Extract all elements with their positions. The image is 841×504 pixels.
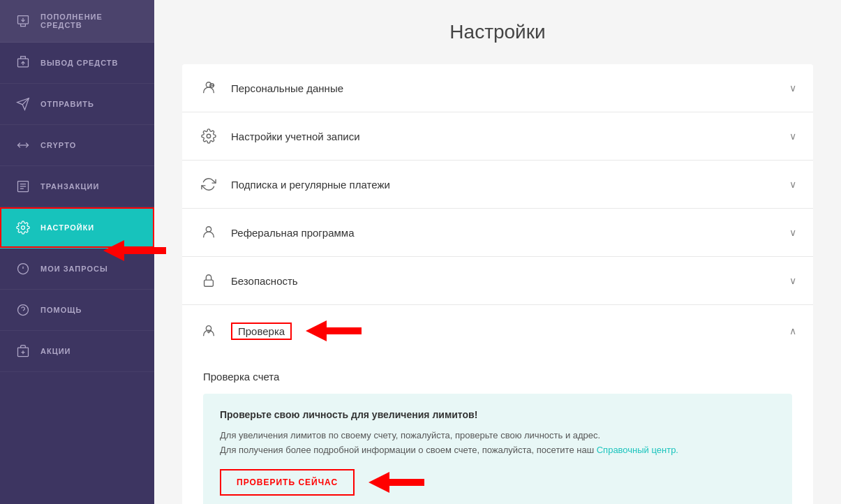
accordion-item-security: Безопасность ∨	[182, 257, 813, 305]
svg-point-15	[18, 305, 29, 316]
requests-icon	[15, 261, 31, 276]
accordion-title-subscription: Подписка и регулярные платежи	[231, 179, 789, 191]
gear-icon	[199, 126, 218, 146]
chevron-down-icon-referral: ∨	[789, 227, 796, 238]
sidebar-item-deposit[interactable]: ПОПОЛНЕНИЕ СРЕДСТВ	[0, 0, 154, 43]
sidebar-label-requests: МОИ ЗАПРОСЫ	[40, 265, 108, 273]
chevron-down-icon-personal: ∨	[789, 82, 796, 94]
referral-icon	[199, 223, 218, 242]
svg-point-25	[207, 134, 211, 138]
help-center-link[interactable]: Справочный центр.	[597, 445, 678, 455]
accordion-header-verification[interactable]: Проверка ∧	[182, 305, 813, 357]
verification-box-title: Проверьте свою личность для увеличения л…	[220, 409, 775, 420]
svg-rect-27	[204, 280, 214, 286]
accordion-item-account: Настройки учетной записи ∨	[182, 112, 813, 161]
chevron-down-icon-security: ∨	[789, 275, 796, 286]
svg-marker-30	[369, 472, 424, 493]
sidebar-item-promotions[interactable]: АКЦИИ	[0, 331, 154, 372]
accordion-item-personal: Персональные данные ∨	[182, 64, 813, 112]
sidebar-item-transactions[interactable]: ТРАНЗАКЦИИ	[0, 166, 154, 207]
sidebar-item-send[interactable]: ОТПРАВИТЬ	[0, 84, 154, 125]
accordion-header-personal[interactable]: Персональные данные ∨	[182, 64, 813, 112]
sidebar-label-help: ПОМОЩЬ	[40, 306, 82, 314]
accordion: Персональные данные ∨ Настройки учетной …	[182, 64, 813, 504]
sidebar-label-deposit: ПОПОЛНЕНИЕ СРЕДСТВ	[40, 13, 139, 29]
sidebar-item-help[interactable]: ПОМОЩЬ	[0, 290, 154, 331]
accordion-title-personal: Персональные данные	[231, 82, 789, 94]
settings-icon	[15, 220, 31, 235]
sidebar-item-requests[interactable]: МОИ ЗАПРОСЫ	[0, 249, 154, 290]
send-icon	[15, 96, 31, 112]
verify-button-arrow-annotation	[369, 470, 431, 494]
accordion-body-verification: Проверка счета Проверьте свою личность д…	[182, 357, 813, 504]
sidebar-label-settings: НАСТРОЙКИ	[40, 223, 94, 232]
transactions-icon	[15, 179, 31, 194]
sidebar-item-withdraw[interactable]: ВЫВОД СРЕДСТВ	[0, 43, 154, 84]
person-icon	[199, 78, 218, 98]
chevron-down-icon-subscription: ∨	[789, 179, 796, 190]
chevron-down-icon-account: ∨	[789, 131, 796, 142]
verification-box: Проверьте свою личность для увеличения л…	[203, 394, 792, 504]
svg-point-11	[22, 226, 25, 230]
sidebar: ПОПОЛНЕНИЕ СРЕДСТВ ВЫВОД СРЕДСТВ	[0, 0, 154, 504]
accordion-header-account[interactable]: Настройки учетной записи ∨	[182, 112, 813, 160]
sidebar-label-transactions: ТРАНЗАКЦИИ	[40, 182, 99, 191]
crypto-icon	[15, 138, 31, 153]
sidebar-label-withdraw: ВЫВОД СРЕДСТВ	[40, 59, 118, 67]
svg-marker-29	[306, 320, 362, 341]
sidebar-item-crypto[interactable]: CRYPTO	[0, 125, 154, 166]
main-content: Настройки Персональные данные	[154, 0, 841, 504]
verify-now-button[interactable]: ПРОВЕРИТЬ СЕЙЧАС	[220, 469, 355, 496]
accordion-title-referral: Реферальная программа	[231, 227, 789, 239]
verification-box-text-line2: Для получения более подробной информации…	[220, 443, 775, 458]
chevron-up-icon-verification: ∧	[789, 325, 796, 336]
accordion-title-security: Безопасность	[231, 275, 789, 287]
accordion-title-account: Настройки учетной записи	[231, 131, 789, 142]
promotions-icon	[15, 343, 31, 359]
lock-icon	[199, 271, 218, 290]
sidebar-item-settings[interactable]: НАСТРОЙКИ	[0, 207, 154, 249]
accordion-item-referral: Реферальная программа ∨	[182, 209, 813, 257]
verification-arrow-annotation	[306, 319, 369, 343]
sidebar-label-promotions: АКЦИИ	[40, 347, 71, 355]
help-icon	[15, 302, 31, 318]
verification-box-text-line1: Для увеличения лимитов по своему счету, …	[220, 429, 775, 443]
svg-point-26	[206, 227, 211, 232]
verification-section-title: Проверка счета	[203, 371, 792, 383]
accordion-item-subscription: Подписка и регулярные платежи ∨	[182, 161, 813, 209]
accordion-header-security[interactable]: Безопасность ∨	[182, 257, 813, 304]
sidebar-label-send: ОТПРАВИТЬ	[40, 100, 94, 108]
accordion-header-subscription[interactable]: Подписка и регулярные платежи ∨	[182, 161, 813, 208]
verify-icon	[199, 321, 218, 341]
sidebar-label-crypto: CRYPTO	[40, 141, 76, 149]
deposit-icon	[15, 13, 31, 29]
refresh-icon	[199, 175, 218, 194]
withdraw-icon	[15, 55, 31, 71]
accordion-title-verification: Проверка	[231, 323, 292, 340]
accordion-header-referral[interactable]: Реферальная программа ∨	[182, 209, 813, 256]
accordion-item-verification: Проверка ∧ Проверка счета Проверьте свою…	[182, 305, 813, 504]
page-title: Настройки	[182, 21, 813, 43]
